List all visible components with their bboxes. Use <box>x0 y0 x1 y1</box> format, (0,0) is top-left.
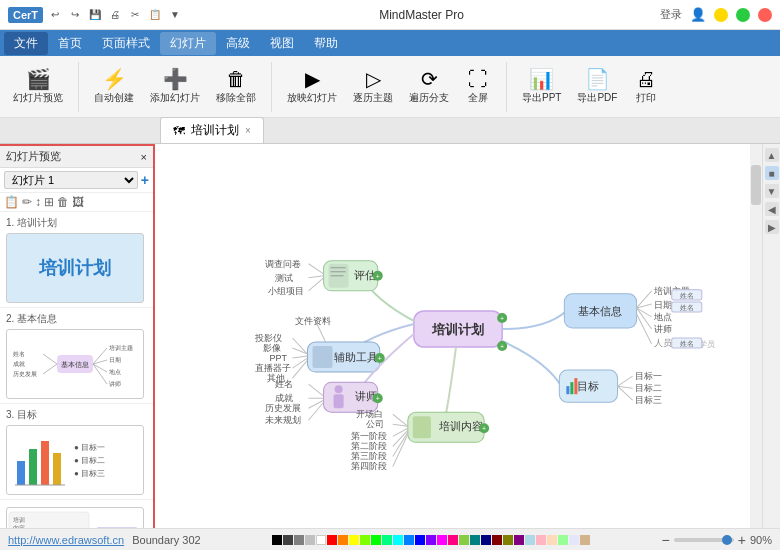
slide-icon-image[interactable]: 🖼 <box>72 195 84 209</box>
svg-rect-16 <box>29 449 37 485</box>
svg-text:直播器子: 直播器子 <box>255 363 291 373</box>
color-tan[interactable] <box>580 535 590 545</box>
color-lime[interactable] <box>459 535 469 545</box>
color-rose[interactable] <box>448 535 458 545</box>
sidebar-btn-2[interactable]: ■ <box>765 166 779 180</box>
color-blue[interactable] <box>415 535 425 545</box>
zoom-out-button[interactable]: − <box>662 532 670 548</box>
zoom-slider[interactable] <box>674 538 734 542</box>
color-silver[interactable] <box>305 535 315 545</box>
ribbon-print[interactable]: 🖨 打印 <box>628 66 664 108</box>
svg-text:基本信息: 基本信息 <box>578 305 622 317</box>
ribbon-traverse-topic[interactable]: ▷ 逐历主题 <box>348 66 398 108</box>
login-button[interactable]: 登录 <box>660 7 682 22</box>
color-red[interactable] <box>327 535 337 545</box>
slide-2-thumb: 基本信息 培训主题 日期 地点 讲师 姓名 成就 <box>6 329 144 399</box>
quick-access-cut[interactable]: ✂ <box>127 7 143 23</box>
color-spring[interactable] <box>382 535 392 545</box>
maximize-button[interactable] <box>736 8 750 22</box>
menu-page-style[interactable]: 页面样式 <box>92 32 160 55</box>
svg-text:基本信息: 基本信息 <box>61 361 89 368</box>
quick-access-undo[interactable]: ↩ <box>47 7 63 23</box>
menu-help[interactable]: 帮助 <box>304 32 348 55</box>
menu-home[interactable]: 首页 <box>48 32 92 55</box>
color-white[interactable] <box>316 535 326 545</box>
user-icon[interactable]: 👤 <box>690 7 706 22</box>
quick-access-paste[interactable]: 📋 <box>147 7 163 23</box>
slide-icon-delete[interactable]: 🗑 <box>57 195 69 209</box>
svg-rect-103 <box>413 416 431 438</box>
quick-access-redo[interactable]: ↪ <box>67 7 83 23</box>
color-green[interactable] <box>371 535 381 545</box>
svg-text:日期: 日期 <box>109 357 121 363</box>
menu-slideshow[interactable]: 幻灯片 <box>160 32 216 55</box>
color-lightblue[interactable] <box>525 535 535 545</box>
slide-icon-order[interactable]: ↕ <box>35 195 41 209</box>
color-cyan[interactable] <box>393 535 403 545</box>
svg-line-73 <box>309 278 324 291</box>
quick-access-more[interactable]: ▼ <box>167 7 183 23</box>
svg-rect-92 <box>334 394 344 408</box>
menu-advanced[interactable]: 高级 <box>216 32 260 55</box>
color-lavender[interactable] <box>569 535 579 545</box>
ribbon-traverse-branch[interactable]: ⟳ 遍历分支 <box>404 66 454 108</box>
color-gray[interactable] <box>294 535 304 545</box>
slide-item-4[interactable]: 培训 内容 第一阶段 第二阶段 第三阶段 培训内容 <box>0 500 153 528</box>
color-magenta[interactable] <box>437 535 447 545</box>
slide-select[interactable]: 幻灯片 1 <box>4 171 138 189</box>
color-purple[interactable] <box>514 535 524 545</box>
svg-text:目标: 目标 <box>577 380 599 392</box>
slide-icon-edit[interactable]: ✏ <box>22 195 32 209</box>
zoom-thumb[interactable] <box>722 535 732 545</box>
menu-view[interactable]: 视图 <box>260 32 304 55</box>
zoom-in-button[interactable]: + <box>738 532 746 548</box>
color-black[interactable] <box>272 535 282 545</box>
color-pink[interactable] <box>536 535 546 545</box>
slide-icon-grid[interactable]: ⊞ <box>44 195 54 209</box>
color-orange[interactable] <box>338 535 348 545</box>
scrollbar-thumb[interactable] <box>751 165 761 205</box>
export-ppt-icon: 📊 <box>529 69 554 89</box>
slide-icon-layout[interactable]: 📋 <box>4 195 19 209</box>
color-sky[interactable] <box>404 535 414 545</box>
color-maroon[interactable] <box>492 535 502 545</box>
color-yellow-green[interactable] <box>360 535 370 545</box>
slide-add-button[interactable]: + <box>141 172 149 188</box>
vertical-scrollbar[interactable] <box>750 144 762 528</box>
sidebar-btn-3[interactable]: ▼ <box>765 184 779 198</box>
color-darkgray[interactable] <box>283 535 293 545</box>
minimize-button[interactable] <box>714 8 728 22</box>
slide-item-1[interactable]: 1. 培训计划 培训计划 <box>0 212 153 308</box>
quick-access-print[interactable]: 🖨 <box>107 7 123 23</box>
svg-text:+: + <box>378 355 382 362</box>
color-peach[interactable] <box>547 535 557 545</box>
slide-item-2[interactable]: 2. 基本信息 基本信息 培训主题 日期 地点 讲师 <box>0 308 153 404</box>
ribbon-auto-create[interactable]: ⚡ 自动创建 <box>89 66 139 108</box>
quick-access-save[interactable]: 💾 <box>87 7 103 23</box>
slide-panel-collapse[interactable]: × <box>141 151 147 163</box>
ribbon-export-ppt[interactable]: 📊 导出PPT <box>517 66 566 108</box>
ribbon-export-pdf[interactable]: 📄 导出PDF <box>572 66 622 108</box>
website-link[interactable]: http://www.edrawsoft.cn <box>8 534 124 546</box>
color-mint[interactable] <box>558 535 568 545</box>
sidebar-btn-1[interactable]: ▲ <box>765 148 779 162</box>
sidebar-btn-5[interactable]: ▶ <box>765 220 779 234</box>
ribbon-add-slide[interactable]: ➕ 添加幻灯片 <box>145 66 205 108</box>
ribbon-play[interactable]: ▶ 放映幻灯片 <box>282 66 342 108</box>
close-button[interactable] <box>758 8 772 22</box>
canvas-area[interactable]: 培训计划 基本信息 培训主题 日期 地点 讲师 人员 学员 姓名 姓名 <box>155 144 762 528</box>
ribbon-fullscreen[interactable]: ⛶ 全屏 <box>460 66 496 108</box>
color-teal[interactable] <box>470 535 480 545</box>
ribbon-remove-all[interactable]: 🗑 移除全部 <box>211 66 261 108</box>
slideshow-preview-icon: 🎬 <box>26 69 51 89</box>
color-yellow[interactable] <box>349 535 359 545</box>
color-violet[interactable] <box>426 535 436 545</box>
tab-close-icon[interactable]: × <box>245 125 251 136</box>
ribbon-slideshow-preview[interactable]: 🎬 幻灯片预览 <box>8 66 68 108</box>
color-olive[interactable] <box>503 535 513 545</box>
menu-file[interactable]: 文件 <box>4 32 48 55</box>
slide-item-3[interactable]: 3. 目标 ● 目标一 ● 目标二 ● 目标三 <box>0 404 153 500</box>
tab-training-plan[interactable]: 🗺 培训计划 × <box>160 117 264 143</box>
color-navy[interactable] <box>481 535 491 545</box>
sidebar-btn-4[interactable]: ◀ <box>765 202 779 216</box>
